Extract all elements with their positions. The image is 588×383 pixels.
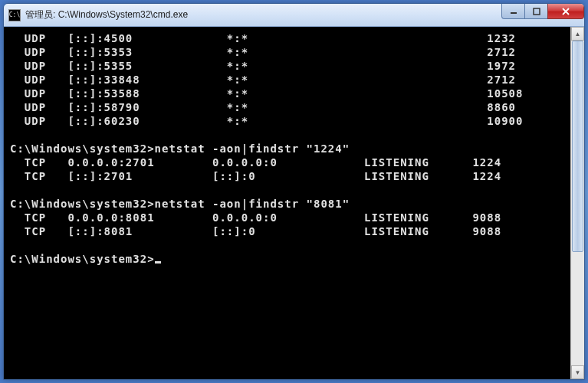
scroll-up-arrow[interactable]: ▲ xyxy=(571,27,584,41)
svg-rect-1 xyxy=(534,8,540,15)
minimize-icon xyxy=(510,8,517,15)
svg-rect-0 xyxy=(511,12,517,14)
maximize-icon xyxy=(533,8,540,15)
minimize-button[interactable] xyxy=(501,4,524,19)
window-title: 管理员: C:\Windows\System32\cmd.exe xyxy=(25,8,501,21)
close-button[interactable] xyxy=(547,4,584,19)
scroll-track[interactable] xyxy=(571,41,584,365)
window-controls xyxy=(501,4,584,21)
content-area: UDP [::]:4500 *:* 1232 UDP [::]:5353 *:*… xyxy=(4,27,584,379)
cursor xyxy=(155,261,161,264)
app-icon: C:\ xyxy=(8,9,21,21)
close-icon xyxy=(561,7,570,16)
vertical-scrollbar[interactable]: ▲ ▼ xyxy=(570,27,584,379)
titlebar[interactable]: C:\ 管理员: C:\Windows\System32\cmd.exe xyxy=(4,4,584,27)
terminal-output[interactable]: UDP [::]:4500 *:* 1232 UDP [::]:5353 *:*… xyxy=(4,27,570,379)
scroll-down-arrow[interactable]: ▼ xyxy=(571,365,584,379)
maximize-button[interactable] xyxy=(524,4,547,19)
cmd-window: C:\ 管理员: C:\Windows\System32\cmd.exe UDP… xyxy=(3,3,585,380)
scroll-thumb[interactable] xyxy=(572,41,583,252)
